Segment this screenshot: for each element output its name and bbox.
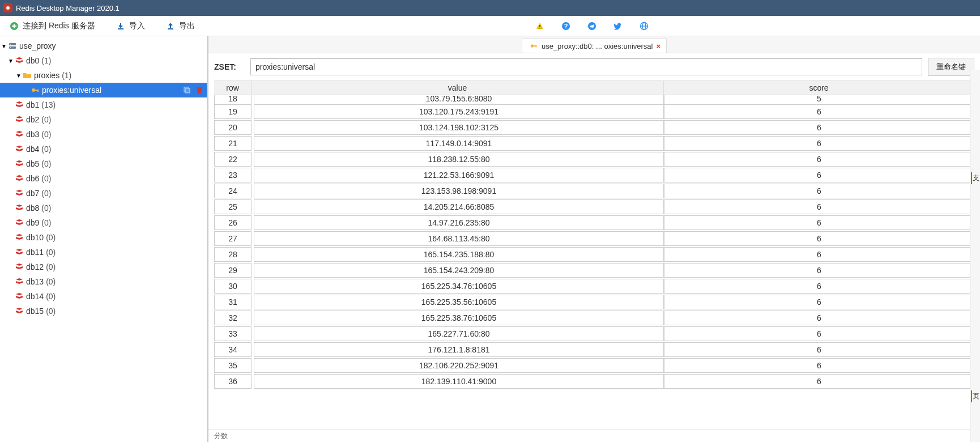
cell-score: 6 [664,215,974,230]
cell-value: 103.120.175.243:9191 [254,104,664,119]
tree-db-db1[interactable]: db1(13) [0,97,207,112]
plus-icon [9,21,19,31]
svg-rect-19 [197,87,202,88]
tree-db-count: (0) [41,159,51,168]
table-row[interactable]: 2614.97.216.235:806 [214,214,974,230]
rename-key-button[interactable]: 重命名键 [928,58,974,76]
copy-icon[interactable] [183,86,191,94]
tree-db-db2[interactable]: db2(0) [0,112,207,127]
table-row[interactable]: 19103.120.175.243:91916 [214,103,974,119]
close-icon[interactable]: × [656,42,661,50]
main-toolbar: 连接到 Redis 服务器 导入 导出 ? [0,16,980,36]
cell-row: 28 [214,247,252,262]
cell-row: 22 [214,152,252,167]
database-icon [15,115,24,124]
cell-row: 19 [214,104,252,119]
table-row[interactable]: 34176.121.1.8:81816 [214,341,974,357]
tree-folder-proxies[interactable]: ▼ proxies (1) [0,68,207,83]
svg-rect-4 [539,28,540,28]
tree-db-count: (0) [41,115,51,124]
twitter-icon[interactable] [613,21,623,31]
database-icon [15,144,24,154]
tree-folder-label: proxies [34,71,59,80]
cell-score: 6 [664,263,974,278]
key-name-input[interactable] [250,58,922,75]
tree-key-proxies-universal[interactable]: proxies:universal [0,83,207,97]
table-row[interactable]: 2514.205.214.66:80856 [214,198,974,214]
tree-db-db14[interactable]: db14(0) [0,289,207,304]
database-icon [15,277,24,286]
telegram-icon[interactable] [587,21,597,31]
database-icon [15,307,24,316]
tree-db-db11[interactable]: db11(0) [0,245,207,260]
cell-row: 29 [214,263,252,278]
table-row[interactable]: 21117.149.0.14:90916 [214,135,974,151]
tree-db-db8[interactable]: db8(0) [0,201,207,215]
tree-db-db10[interactable]: db10(0) [0,230,207,245]
tab-label: use_proxy::db0: ... oxies:universal [542,42,653,50]
table-row[interactable]: 18103.79.155.6:80805 [214,95,974,103]
tab-key[interactable]: use_proxy::db0: ... oxies:universal × [522,39,667,53]
tree-db-count: (0) [41,144,51,154]
help-icon[interactable]: ? [561,21,571,31]
import-label: 导入 [129,21,145,31]
export-button[interactable]: 导出 [162,19,198,33]
tree-connection[interactable]: ▼ use_proxy [0,39,207,53]
app-logo-icon [3,3,12,12]
table-row[interactable]: 28165.154.235.188:806 [214,246,974,262]
table-row[interactable]: 30165.225.34.76:106056 [214,278,974,294]
key-type-label: ZSET: [214,62,245,71]
table-row[interactable]: 20103.124.198.102:31256 [214,119,974,135]
table-row[interactable]: 22118.238.12.55:806 [214,151,974,167]
table-row[interactable]: 31165.225.35.56:106056 [214,294,974,309]
warning-icon[interactable] [535,21,545,31]
cell-score: 6 [664,326,974,341]
cell-row: 27 [214,231,252,246]
cell-value: 165.227.71.60:80 [254,326,664,341]
table-row[interactable]: 36182.139.110.41:90006 [214,373,974,389]
tree-db0[interactable]: ▼ db0 (1) [0,53,207,68]
cell-score: 6 [664,279,974,294]
cell-row: 33 [214,326,252,341]
header-score[interactable]: score [664,81,974,95]
connect-button[interactable]: 连接到 Redis 服务器 [6,19,99,33]
side-tab-top[interactable]: 支 [971,172,980,184]
tree-db-label: db11 [26,248,44,257]
tree-db-db5[interactable]: db5(0) [0,156,207,171]
tree-db-label: db3 [26,130,39,139]
cell-row: 31 [214,295,252,309]
table-row[interactable]: 32165.225.38.76:106056 [214,309,974,325]
delete-icon[interactable] [195,86,203,94]
tree-db-db15[interactable]: db15(0) [0,304,207,318]
table-body[interactable]: 18103.79.155.6:8080519103.120.175.243:91… [214,95,974,426]
cell-value: 182.139.110.41:9000 [254,374,664,389]
tree-db-db13[interactable]: db13(0) [0,274,207,289]
table-row[interactable]: 27164.68.113.45:806 [214,230,974,246]
tree-db-db4[interactable]: db4(0) [0,142,207,156]
database-icon [15,292,24,301]
side-tab-bottom[interactable]: 页 [971,390,980,402]
tree-db-db6[interactable]: db6(0) [0,171,207,186]
import-button[interactable]: 导入 [112,19,148,33]
table-row[interactable]: 23121.22.53.166:90916 [214,167,974,182]
database-icon [15,203,24,212]
side-strip: 支 页 [970,70,980,442]
table-row[interactable]: 29165.154.243.209:806 [214,262,974,278]
cell-score: 6 [664,311,974,325]
cell-score: 6 [664,168,974,182]
globe-icon[interactable] [639,21,649,31]
cell-score: 6 [664,104,974,119]
cell-value: 165.225.34.76:10605 [254,279,664,294]
tree-db-db12[interactable]: db12(0) [0,260,207,274]
svg-text:?: ? [564,23,568,29]
tree-db-db9[interactable]: db9(0) [0,215,207,230]
table-row[interactable]: 24123.153.98.198:90916 [214,182,974,198]
table-row[interactable]: 35182.106.220.252:90916 [214,357,974,373]
cell-row: 25 [214,199,252,214]
header-row[interactable]: row [214,81,252,95]
tree-db-db7[interactable]: db7(0) [0,186,207,201]
header-value[interactable]: value [252,81,664,95]
table-row[interactable]: 33165.227.71.60:806 [214,325,974,341]
server-icon [8,41,17,50]
tree-db-db3[interactable]: db3(0) [0,127,207,142]
